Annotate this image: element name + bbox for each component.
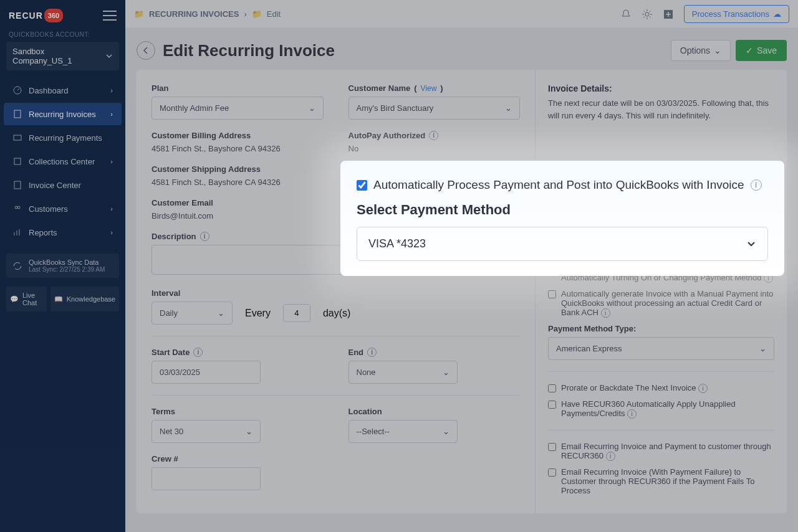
options-button[interactable]: Options⌄	[671, 40, 731, 61]
card-icon	[12, 133, 22, 143]
autopay-label: AutoPay Authorizedi	[349, 131, 521, 140]
sidebar-item-recurring-payments[interactable]: Recurring Payments	[4, 126, 122, 149]
divider	[151, 395, 520, 396]
auto-process-checkbox[interactable]	[357, 180, 367, 191]
live-chat-label: Live Chat	[22, 292, 43, 306]
sync-icon	[12, 261, 22, 271]
chart-icon	[12, 227, 22, 237]
chevron-down-icon: ⌄	[505, 103, 512, 113]
divider	[151, 336, 520, 336]
back-button[interactable]	[137, 41, 155, 60]
kb-label: Knowledgebase	[67, 295, 115, 303]
customer-select[interactable]: Amy's Bird Sanctuary⌄	[349, 97, 521, 120]
sidebar-item-customers[interactable]: Customers ›	[4, 197, 122, 220]
checkbox-prorate[interactable]: Prorate or Backdate The Next Invoice i	[548, 383, 774, 393]
svg-rect-1	[14, 110, 21, 118]
chevron-down-icon: ⌄	[443, 368, 449, 377]
checkbox-email-failure[interactable]: Email Recurring Invoice (With Payment Fa…	[548, 467, 774, 495]
checkbox-input[interactable]	[548, 443, 556, 451]
info-icon[interactable]: i	[627, 409, 637, 419]
checkbox-manual[interactable]: Automatically generate Invoice with a Ma…	[548, 289, 774, 318]
terms-value: Net 30	[160, 427, 183, 436]
payment-method-type-select[interactable]: American Express⌄	[548, 337, 774, 360]
info-icon[interactable]: i	[200, 232, 209, 241]
sidebar: RECUR 360 QUICKBOOKS ACCOUNT: Sandbox Co…	[0, 0, 125, 532]
checkbox-input[interactable]	[548, 384, 556, 392]
info-icon[interactable]: i	[751, 179, 762, 191]
start-date-input[interactable]: 03/03/2025	[151, 361, 261, 384]
sidebar-item-recurring-invoices[interactable]: Recurring Invoices ›	[4, 103, 122, 125]
sidebar-item-label: Invoice Center	[29, 181, 81, 190]
form-left-column: Plan Monthly Admin Fee⌄ Customer Name (V…	[137, 70, 535, 513]
save-button[interactable]: ✓Save	[736, 40, 787, 61]
info-icon[interactable]: i	[367, 348, 377, 357]
info-icon[interactable]: i	[606, 452, 615, 461]
checkbox-label: Automatically generate Invoice with a Ma…	[561, 289, 773, 317]
sidebar-item-label: Dashboard	[29, 86, 69, 95]
checkbox-input[interactable]	[548, 290, 556, 298]
chevron-down-icon: ⌄	[309, 103, 315, 113]
interval-select[interactable]: Daily⌄	[151, 302, 233, 325]
customer-view-link[interactable]: View	[421, 84, 437, 93]
page-header: Edit Recurring Invoice Options⌄ ✓Save	[125, 29, 798, 70]
process-transactions-button[interactable]: Process Transactions☁	[684, 5, 789, 23]
start-date-value: 03/03/2025	[160, 368, 200, 377]
plan-label: Plan	[151, 83, 324, 93]
interval-value: Daily	[160, 308, 178, 318]
checkbox-input[interactable]	[548, 468, 556, 477]
payment-method-select[interactable]: VISA *4323	[357, 227, 768, 261]
sidebar-item-label: Customers	[29, 204, 68, 214]
knowledgebase-button[interactable]: 📖Knowledgebase	[50, 287, 119, 311]
checkbox-email-invoice[interactable]: Email Recurring Invoice and Payment to c…	[548, 442, 774, 461]
sidebar-item-invoice-center[interactable]: Invoice Center	[4, 174, 122, 196]
checkbox-label: Email Recurring Invoice and Payment to c…	[561, 442, 771, 460]
qb-account-select[interactable]: Sandbox Company_US_1	[6, 42, 119, 70]
checkbox-input[interactable]	[548, 401, 556, 409]
sidebar-item-reports[interactable]: Reports ›	[4, 221, 122, 244]
end-select[interactable]: None⌄	[349, 361, 458, 384]
location-value: --Select--	[357, 427, 390, 436]
invoice-icon	[12, 109, 22, 119]
breadcrumb-root[interactable]: RECURRING INVOICES	[149, 9, 239, 19]
sync-status[interactable]: QuickBooks Sync Data Last Sync: 2/27/25 …	[6, 254, 119, 278]
info-icon[interactable]: i	[698, 384, 708, 393]
shipping-label: Customer Shipping Address	[151, 164, 324, 174]
payment-method-value: VISA *4323	[368, 237, 426, 250]
crew-input[interactable]	[151, 467, 261, 490]
chevron-down-icon: ⌄	[246, 427, 252, 436]
interval-number-input[interactable]	[283, 304, 310, 322]
logo: RECUR 360	[9, 9, 63, 22]
checkbox-unapplied[interactable]: Have RECUR360 Automatically Apply Unappl…	[548, 399, 774, 419]
customer-value: Amy's Bird Sanctuary	[357, 103, 434, 113]
chat-icon: 💬	[10, 295, 19, 303]
bell-icon[interactable]	[620, 9, 632, 20]
chevron-down-icon: ⌄	[443, 427, 449, 436]
checkbox-label: Have RECUR360 Automatically Apply Unappl…	[561, 399, 736, 418]
logo-text: RECUR	[9, 11, 43, 21]
book-icon: 📖	[54, 295, 63, 303]
options-label: Options	[680, 45, 710, 55]
info-icon[interactable]: i	[193, 348, 203, 357]
sidebar-item-dashboard[interactable]: Dashboard ›	[4, 79, 122, 102]
location-select[interactable]: --Select--⌄	[349, 420, 458, 443]
terms-label: Terms	[151, 407, 324, 416]
payment-method-type-label: Payment Method Type:	[548, 324, 774, 333]
gauge-icon	[12, 85, 22, 95]
terms-select[interactable]: Net 30⌄	[151, 420, 261, 443]
chevron-right-icon: ›	[244, 9, 246, 19]
sidebar-item-collections-center[interactable]: Collections Center ›	[4, 150, 122, 173]
sidebar-item-label: Reports	[29, 228, 57, 237]
plan-select[interactable]: Monthly Admin Fee⌄	[151, 97, 324, 120]
hamburger-icon[interactable]	[103, 7, 117, 24]
info-icon[interactable]: i	[601, 308, 610, 318]
invoice-details-title: Invoice Details:	[548, 83, 774, 93]
gear-icon[interactable]	[642, 9, 653, 20]
chevron-right-icon: ›	[110, 158, 113, 165]
svg-point-5	[15, 206, 17, 209]
folder-icon: 📁	[134, 9, 144, 19]
info-icon[interactable]: i	[429, 131, 438, 140]
plus-box-icon[interactable]	[663, 9, 674, 20]
svg-point-6	[17, 206, 20, 209]
live-chat-button[interactable]: 💬Live Chat	[6, 287, 47, 311]
svg-rect-3	[14, 158, 21, 164]
